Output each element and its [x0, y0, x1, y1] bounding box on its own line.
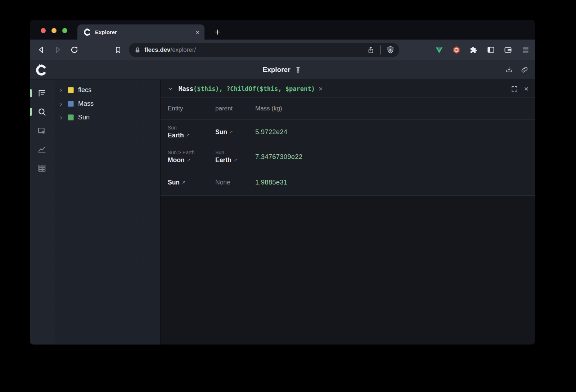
- flecs-logo-icon: [35, 64, 47, 76]
- tree-item-label[interactable]: flecs: [78, 86, 91, 94]
- wallet-icon[interactable]: [504, 46, 512, 54]
- new-tab-button[interactable]: +: [212, 27, 223, 38]
- tab-title: Explorer: [95, 29, 195, 35]
- parent-cell: None: [215, 179, 255, 186]
- entity-cell: Sun↗: [168, 179, 215, 186]
- link-arrow-icon: ↗: [234, 158, 237, 163]
- minimize-window-button[interactable]: [51, 28, 57, 33]
- expand-chevron-icon[interactable]: ›: [60, 114, 65, 121]
- query-term: Mass: [179, 85, 193, 92]
- query-panel: Mass($this), ?ChildOf($this, $parent) × …: [160, 80, 535, 345]
- rail-journal-button[interactable]: [30, 163, 54, 173]
- tree-item-sun[interactable]: › Sun: [54, 110, 160, 124]
- remote-connection-icon[interactable]: [294, 65, 302, 74]
- sidebar-toggle-icon[interactable]: [487, 46, 495, 54]
- browser-toolbar: flecs.dev/explorer/: [30, 40, 535, 60]
- rail-tree-button[interactable]: [30, 88, 54, 98]
- lock-icon: [134, 47, 141, 53]
- entity-link[interactable]: Moon↗: [168, 156, 215, 164]
- bookmark-icon[interactable]: [114, 46, 122, 54]
- link-icon[interactable]: [520, 65, 529, 74]
- tree-item-label[interactable]: Mass: [78, 100, 94, 108]
- entity-tree-panel: › flecs › Mass › Sun: [54, 80, 160, 345]
- entity-link[interactable]: Earth↗: [168, 132, 215, 139]
- expand-chevron-icon[interactable]: ›: [60, 100, 65, 107]
- tab-explorer[interactable]: Explorer ×: [77, 24, 204, 40]
- query-args: ($this), ?ChildOf($this, $parent): [193, 85, 315, 92]
- expand-chevron-icon[interactable]: ›: [60, 86, 65, 94]
- table-row[interactable]: Sun↗ None 1.9885e31: [161, 169, 535, 195]
- close-window-button[interactable]: [41, 28, 46, 33]
- entity-color-swatch: [68, 87, 74, 93]
- column-parent: parent: [215, 105, 255, 112]
- parent-cell: Sun Earth↗: [215, 150, 255, 164]
- tab-close-icon[interactable]: ×: [195, 29, 199, 36]
- column-mass: Mass (kg): [255, 105, 535, 112]
- mass-value: 1.9885e31: [255, 178, 535, 186]
- entity-cell: Sun > Earth Moon↗: [168, 150, 215, 164]
- extensions-puzzle-icon[interactable]: [469, 46, 478, 54]
- rail-stats-button[interactable]: [30, 144, 54, 154]
- link-arrow-icon: ↗: [182, 180, 185, 185]
- tree-item-label[interactable]: Sun: [78, 114, 90, 121]
- table-row[interactable]: Sun Earth↗ Sun↗ 5.9722e24: [161, 120, 535, 144]
- url-bar[interactable]: flecs.dev/explorer/: [129, 43, 399, 57]
- entity-color-swatch: [68, 101, 74, 107]
- entity-path: Sun > Earth: [168, 150, 215, 156]
- tree-item-flecs[interactable]: › flecs: [54, 83, 160, 97]
- link-arrow-icon: ↗: [187, 158, 190, 163]
- menu-icon[interactable]: [521, 46, 530, 54]
- app-body: › flecs › Mass › Sun: [30, 80, 535, 345]
- query-result-card: Mass($this), ?ChildOf($this, $parent) × …: [161, 80, 535, 196]
- link-arrow-icon: ↗: [229, 129, 233, 135]
- entity-color-swatch: [68, 114, 74, 120]
- empty-results-area: [161, 196, 535, 345]
- url-domain: flecs.dev: [144, 46, 170, 53]
- mass-value: 7.34767309e22: [255, 153, 535, 161]
- entity-path: Sun: [168, 125, 215, 131]
- tree-item-mass[interactable]: › Mass: [54, 97, 160, 110]
- rail-query-button[interactable]: [30, 107, 54, 117]
- browser-window: Explorer × +: [30, 20, 535, 345]
- zoom-window-button[interactable]: [62, 28, 67, 33]
- collapse-chevron-icon[interactable]: [167, 85, 174, 92]
- flecs-favicon-icon: [83, 28, 91, 36]
- query-expression[interactable]: Mass($this), ?ChildOf($this, $parent): [179, 85, 315, 92]
- url-text: flecs.dev/explorer/: [144, 46, 196, 53]
- forward-icon[interactable]: [53, 45, 62, 54]
- brave-shield-icon[interactable]: [386, 46, 395, 54]
- download-icon[interactable]: [505, 65, 513, 74]
- hexagon-extension-icon[interactable]: [452, 46, 461, 54]
- parent-none: None: [215, 179, 255, 186]
- table-row[interactable]: Sun > Earth Moon↗ Sun Earth↗ 7.34767309e…: [161, 144, 535, 169]
- tab-strip: Explorer × +: [30, 20, 535, 40]
- link-arrow-icon: ↗: [186, 133, 190, 138]
- parent-link[interactable]: Earth↗: [215, 156, 255, 164]
- mass-value: 5.9722e24: [255, 128, 535, 136]
- query-remove-icon[interactable]: ×: [319, 85, 323, 92]
- url-path: /explorer/: [170, 46, 196, 53]
- icon-rail: [30, 80, 54, 345]
- page-title: Explorer: [262, 66, 290, 74]
- share-icon[interactable]: [367, 46, 375, 54]
- column-entity: Entity: [168, 105, 215, 112]
- panel-close-icon[interactable]: ×: [524, 85, 528, 92]
- active-indicator: [30, 89, 32, 97]
- parent-path: Sun: [215, 150, 255, 156]
- fullscreen-icon[interactable]: [511, 85, 518, 92]
- entity-cell: Sun Earth↗: [168, 125, 215, 140]
- vue-devtools-icon[interactable]: [435, 46, 444, 54]
- query-header: Mass($this), ?ChildOf($this, $parent) × …: [161, 80, 535, 98]
- back-icon[interactable]: [37, 45, 46, 54]
- reload-icon[interactable]: [70, 45, 79, 54]
- parent-link[interactable]: Sun↗: [215, 128, 255, 136]
- active-indicator: [30, 108, 32, 116]
- results-table: Entity parent Mass (kg) Sun Earth↗ Sun↗ …: [161, 98, 535, 195]
- entity-link[interactable]: Sun↗: [168, 179, 215, 186]
- urlbar-divider: [380, 45, 381, 55]
- explorer-header: Explorer: [30, 60, 535, 80]
- parent-cell: Sun↗: [215, 128, 255, 136]
- rail-inspector-button[interactable]: [30, 126, 54, 136]
- table-header-row: Entity parent Mass (kg): [161, 98, 535, 120]
- traffic-lights: [41, 28, 67, 33]
